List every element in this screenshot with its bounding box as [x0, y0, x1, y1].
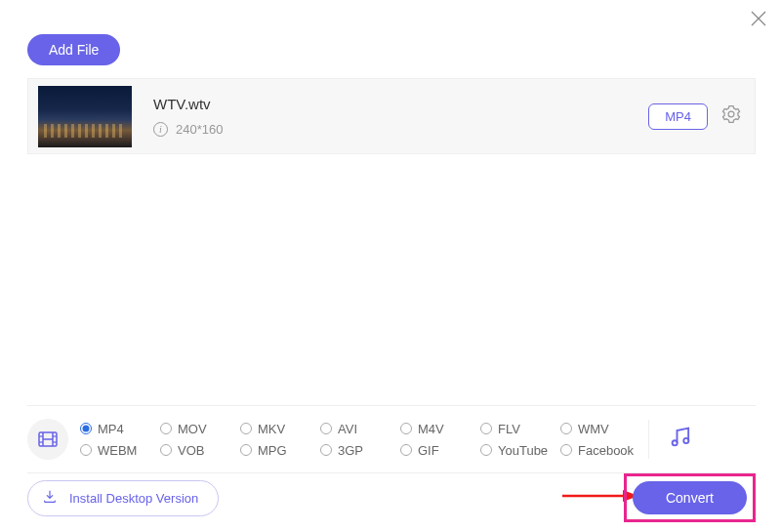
video-icon	[27, 419, 68, 460]
radio-icon	[400, 444, 412, 456]
radio-icon	[320, 444, 332, 456]
svg-point-8	[673, 440, 678, 445]
radio-icon	[80, 423, 92, 434]
target-format-badge[interactable]: MP4	[648, 103, 708, 130]
close-icon[interactable]	[750, 10, 767, 32]
radio-icon	[80, 444, 92, 456]
format-option-mp4[interactable]: MP4	[80, 422, 160, 436]
format-label: GIF	[418, 443, 439, 458]
format-option-mpg[interactable]: MPG	[240, 443, 320, 458]
format-label: FLV	[498, 422, 520, 436]
download-icon	[42, 489, 58, 508]
radio-icon	[160, 423, 172, 434]
format-label: VOB	[178, 443, 204, 458]
format-label: 3GP	[338, 443, 363, 458]
format-label: MPG	[258, 443, 287, 458]
file-name: WTV.wtv	[153, 96, 648, 112]
format-option-wmv[interactable]: WMV	[560, 422, 640, 436]
format-option-m4v[interactable]: M4V	[400, 422, 480, 436]
format-label: YouTube	[498, 443, 548, 458]
install-desktop-button[interactable]: Install Desktop Version	[27, 480, 219, 516]
radio-icon	[240, 444, 252, 456]
footer: Install Desktop Version Convert	[27, 473, 756, 522]
file-row: WTV.wtv i 240*160 MP4	[27, 78, 756, 154]
radio-icon	[400, 423, 412, 434]
format-label: MP4	[98, 422, 124, 436]
radio-icon	[240, 423, 252, 434]
file-thumbnail	[38, 86, 132, 147]
svg-point-9	[683, 438, 688, 443]
format-option-webm[interactable]: WEBM	[80, 443, 160, 458]
format-option-avi[interactable]: AVI	[320, 422, 400, 436]
format-option-youtube[interactable]: YouTube	[480, 443, 560, 458]
format-option-3gp[interactable]: 3GP	[320, 443, 400, 458]
format-label: WEBM	[98, 443, 137, 458]
music-icon[interactable]	[667, 424, 694, 455]
file-info: WTV.wtv i 240*160	[153, 96, 648, 137]
formats-grid: MP4MOVMKVAVIM4VFLVWMVWEBMVOBMPG3GPGIFYou…	[80, 418, 640, 461]
divider	[648, 420, 649, 459]
gear-icon[interactable]	[721, 104, 741, 128]
format-option-flv[interactable]: FLV	[480, 422, 560, 436]
radio-icon	[320, 423, 332, 434]
info-icon[interactable]: i	[153, 122, 168, 137]
format-label: MKV	[258, 422, 285, 436]
file-resolution: 240*160	[176, 122, 223, 137]
format-label: Facebook	[578, 443, 634, 458]
radio-icon	[160, 444, 172, 456]
add-file-button[interactable]: Add File	[27, 34, 120, 65]
output-format-panel: MP4MOVMKVAVIM4VFLVWMVWEBMVOBMPG3GPGIFYou…	[27, 405, 756, 473]
install-desktop-label: Install Desktop Version	[69, 491, 198, 506]
format-option-mkv[interactable]: MKV	[240, 422, 320, 436]
radio-icon	[560, 423, 572, 434]
radio-icon	[560, 444, 572, 456]
convert-button[interactable]: Convert	[633, 481, 747, 514]
format-label: WMV	[578, 422, 609, 436]
radio-icon	[480, 444, 492, 456]
format-option-mov[interactable]: MOV	[160, 422, 240, 436]
format-option-gif[interactable]: GIF	[400, 443, 480, 458]
format-label: MOV	[178, 422, 207, 436]
format-label: AVI	[338, 422, 357, 436]
file-meta: i 240*160	[153, 122, 648, 137]
convert-highlight: Convert	[624, 473, 756, 522]
format-option-vob[interactable]: VOB	[160, 443, 240, 458]
format-label: M4V	[418, 422, 444, 436]
radio-icon	[480, 423, 492, 434]
format-option-facebook[interactable]: Facebook	[560, 443, 640, 458]
